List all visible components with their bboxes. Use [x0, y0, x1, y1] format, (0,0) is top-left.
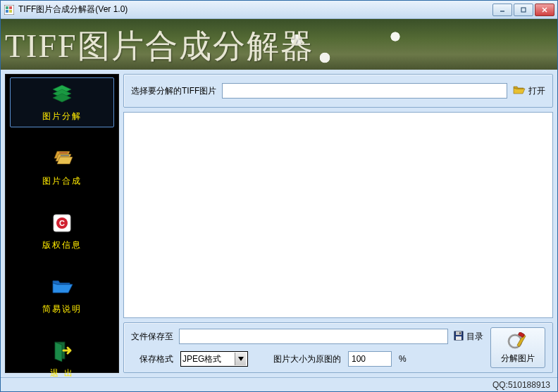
format-value: JPEG格式 [182, 353, 221, 365]
preview-area [123, 112, 553, 318]
percent-label: % [399, 354, 407, 364]
format-row: 保存格式 JPEG格式 图片大小为原图的 % [131, 351, 483, 367]
banner-title: TIFF图片合成分解器 [1, 19, 557, 70]
sidebar-item-copyright[interactable]: C 版权信息 [10, 207, 113, 255]
split-button-label: 分解图片 [501, 353, 535, 365]
titlebar: TIFF图片合成分解器(Ver 1.0) [1, 1, 557, 19]
svg-rect-25 [459, 332, 461, 334]
split-button[interactable]: 分解图片 [490, 327, 545, 368]
svg-rect-3 [6, 10, 8, 13]
close-button[interactable] [535, 4, 554, 16]
main-panel: 选择要分解的TIFF图片 打开 文件保存至 [123, 74, 553, 373]
save-panel: 文件保存至 目录 保存格式 JPEG格式 [123, 322, 553, 373]
sidebar-item-split[interactable]: 图片分解 [10, 77, 113, 127]
svg-marker-26 [238, 357, 244, 361]
stack-icon [48, 147, 76, 171]
minimize-button[interactable] [492, 4, 512, 16]
open-button-label: 打开 [528, 85, 545, 97]
save-path-input[interactable] [179, 329, 448, 344]
sidebar-item-label: 图片合成 [42, 175, 82, 187]
sidebar-item-exit[interactable]: 退 出 [10, 335, 113, 384]
svg-rect-4 [9, 10, 12, 13]
folder-open-icon [513, 85, 526, 97]
maximize-button[interactable] [514, 4, 533, 16]
tools-icon [507, 331, 528, 351]
save-path-row: 文件保存至 目录 [131, 329, 483, 344]
save-to-label: 文件保存至 [131, 331, 173, 343]
sidebar: 图片分解 图片合成 [5, 74, 119, 373]
sidebar-item-merge[interactable]: 图片合成 [10, 143, 113, 191]
status-qq: QQ:510188913 [492, 380, 550, 390]
choose-dir-label: 目录 [466, 331, 483, 343]
choose-dir-button[interactable]: 目录 [454, 331, 483, 343]
app-icon [4, 4, 15, 15]
folder-open-icon [48, 275, 76, 299]
window-buttons [492, 4, 554, 16]
svg-rect-2 [9, 6, 12, 9]
sidebar-item-label: 简易说明 [42, 303, 82, 315]
open-button[interactable]: 打开 [513, 85, 545, 97]
tiff-path-input[interactable] [222, 83, 507, 99]
copyright-icon: C [48, 211, 76, 235]
format-label: 保存格式 [140, 353, 173, 365]
format-select[interactable]: JPEG格式 [180, 351, 248, 367]
svg-rect-24 [456, 336, 461, 340]
banner: TIFF图片合成分解器 [1, 19, 557, 70]
svg-marker-14 [57, 157, 73, 164]
svg-marker-21 [55, 342, 62, 362]
app-window: TIFF图片合成分解器(Ver 1.0) TIFF图片合成分解器 图片分解 [0, 0, 558, 392]
save-options: 文件保存至 目录 保存格式 JPEG格式 [131, 329, 483, 367]
window-title: TIFF图片合成分解器(Ver 1.0) [18, 4, 492, 15]
floppy-icon [454, 331, 464, 343]
statusbar: QQ:510188913 [1, 377, 557, 391]
exit-icon [48, 339, 76, 363]
open-label: 选择要分解的TIFF图片 [131, 85, 216, 97]
sidebar-item-readme[interactable]: 简易说明 [10, 271, 113, 320]
svg-rect-1 [6, 6, 8, 9]
chevron-down-icon [235, 353, 246, 365]
sidebar-item-label: 版权信息 [42, 239, 82, 251]
size-label: 图片大小为原图的 [273, 353, 341, 365]
svg-text:C: C [59, 219, 65, 227]
open-panel: 选择要分解的TIFF图片 打开 [123, 74, 553, 108]
sidebar-item-label: 图片分解 [42, 110, 82, 122]
content-area: 图片分解 图片合成 [1, 70, 557, 377]
size-input[interactable] [348, 351, 392, 367]
svg-rect-6 [521, 8, 526, 12]
layers-icon [48, 82, 76, 106]
